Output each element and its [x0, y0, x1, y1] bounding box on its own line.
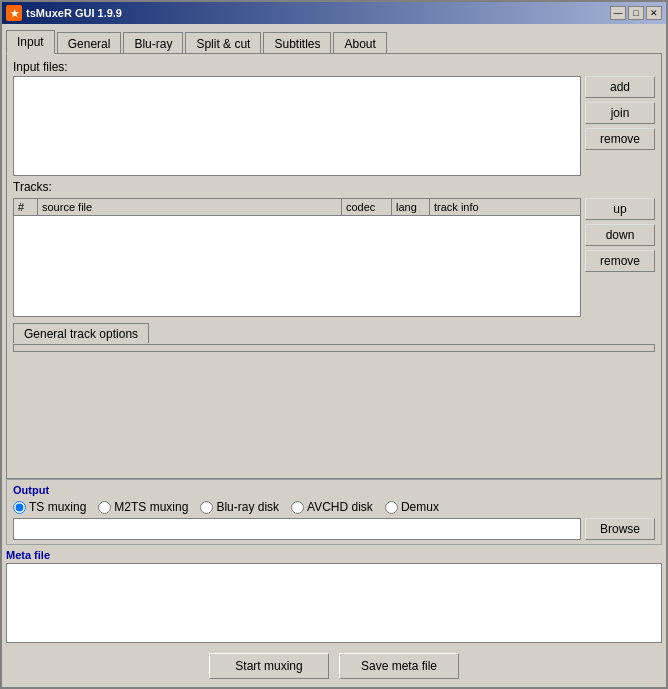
up-button[interactable]: up	[585, 198, 655, 220]
tab-about[interactable]: About	[333, 32, 386, 54]
output-label: Output	[13, 484, 655, 496]
general-track-options-tab[interactable]: General track options	[13, 323, 149, 343]
main-window: ★ tsMuxeR GUI 1.9.9 — □ ✕ Input General …	[0, 0, 668, 689]
meta-file-section: Meta file	[6, 549, 662, 643]
col-source: source file	[38, 199, 342, 215]
input-files-label: Input files:	[13, 60, 655, 74]
title-bar-left: ★ tsMuxeR GUI 1.9.9	[6, 5, 122, 21]
browse-button[interactable]: Browse	[585, 518, 655, 540]
outer-wrapper: Input General Blu-ray Split & cut Subtit…	[2, 24, 666, 687]
radio-ts-input[interactable]	[13, 501, 26, 514]
meta-file-box	[6, 563, 662, 643]
app-icon: ★	[6, 5, 22, 21]
radio-ts[interactable]: TS muxing	[13, 500, 86, 514]
title-bar: ★ tsMuxeR GUI 1.9.9 — □ ✕	[2, 2, 666, 24]
save-meta-file-button[interactable]: Save meta file	[339, 653, 459, 679]
tab-content-area: Input files: add join remove Tracks:	[6, 53, 662, 479]
tracks-buttons: up down remove	[585, 198, 655, 317]
tab-splitcut[interactable]: Split & cut	[185, 32, 261, 54]
title-buttons: — □ ✕	[610, 6, 662, 20]
start-muxing-button[interactable]: Start muxing	[209, 653, 329, 679]
radio-avchd[interactable]: AVCHD disk	[291, 500, 373, 514]
tracks-label: Tracks:	[13, 180, 655, 194]
radio-demux[interactable]: Demux	[385, 500, 439, 514]
add-button[interactable]: add	[585, 76, 655, 98]
input-files-buttons: add join remove	[585, 76, 655, 176]
radio-m2ts-input[interactable]	[98, 501, 111, 514]
tracks-row: # source file codec lang track info up d…	[13, 198, 655, 317]
maximize-button[interactable]: □	[628, 6, 644, 20]
tracks-table: # source file codec lang track info	[13, 198, 581, 317]
col-lang: lang	[392, 199, 430, 215]
col-info: track info	[430, 199, 580, 215]
radio-avchd-label: AVCHD disk	[307, 500, 373, 514]
join-button[interactable]: join	[585, 102, 655, 124]
down-button[interactable]: down	[585, 224, 655, 246]
meta-file-label: Meta file	[6, 549, 662, 561]
radio-demux-label: Demux	[401, 500, 439, 514]
tab-general[interactable]: General	[57, 32, 122, 54]
general-track-content	[13, 344, 655, 352]
output-radio-row: TS muxing M2TS muxing Blu-ray disk AVCHD…	[13, 500, 655, 514]
col-codec: codec	[342, 199, 392, 215]
tracks-section: Tracks: # source file codec lang track i…	[13, 180, 655, 352]
input-files-list	[13, 76, 581, 176]
input-files-section: Input files: add join remove	[13, 60, 655, 176]
tab-subtitles[interactable]: Subtitles	[263, 32, 331, 54]
window-title: tsMuxeR GUI 1.9.9	[26, 7, 122, 19]
tab-bluray[interactable]: Blu-ray	[123, 32, 183, 54]
tab-bar: Input General Blu-ray Split & cut Subtit…	[6, 28, 662, 54]
general-track-tab-bar: General track options	[13, 323, 655, 343]
radio-bluray-label: Blu-ray disk	[216, 500, 279, 514]
tracks-body	[14, 216, 580, 316]
tracks-header: # source file codec lang track info	[14, 199, 580, 216]
tab-input[interactable]: Input	[6, 30, 55, 54]
path-row: Browse	[13, 518, 655, 540]
radio-ts-label: TS muxing	[29, 500, 86, 514]
bottom-buttons: Start muxing Save meta file	[6, 647, 662, 683]
close-button[interactable]: ✕	[646, 6, 662, 20]
col-hash: #	[14, 199, 38, 215]
radio-m2ts[interactable]: M2TS muxing	[98, 500, 188, 514]
input-files-row: add join remove	[13, 76, 655, 176]
radio-demux-input[interactable]	[385, 501, 398, 514]
output-section: Output TS muxing M2TS muxing Blu-ray dis…	[6, 479, 662, 545]
radio-bluray-input[interactable]	[200, 501, 213, 514]
radio-m2ts-label: M2TS muxing	[114, 500, 188, 514]
remove-input-button[interactable]: remove	[585, 128, 655, 150]
lower-section: Output TS muxing M2TS muxing Blu-ray dis…	[6, 479, 662, 683]
radio-avchd-input[interactable]	[291, 501, 304, 514]
radio-bluray[interactable]: Blu-ray disk	[200, 500, 279, 514]
output-path-input[interactable]	[13, 518, 581, 540]
minimize-button[interactable]: —	[610, 6, 626, 20]
remove-track-button[interactable]: remove	[585, 250, 655, 272]
